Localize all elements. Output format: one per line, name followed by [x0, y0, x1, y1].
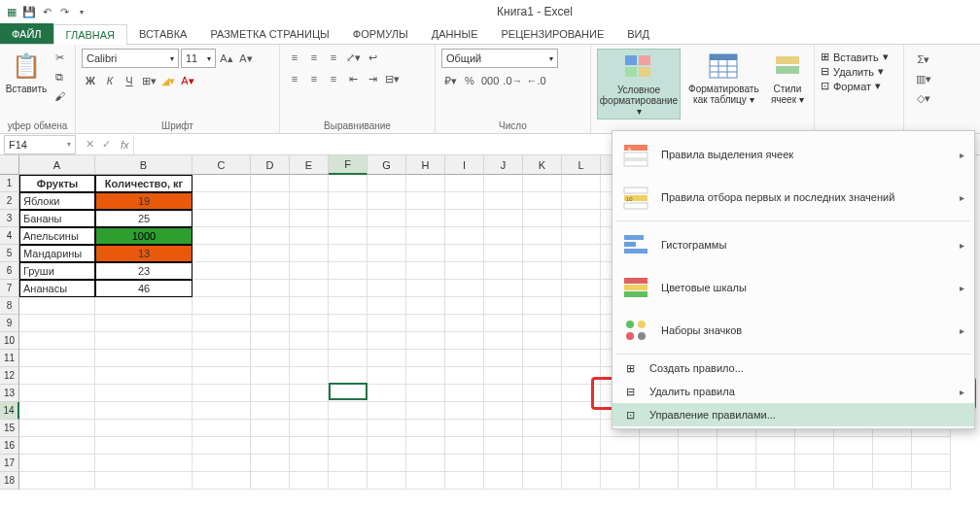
- cell[interactable]: [445, 437, 484, 455]
- cell[interactable]: [329, 210, 368, 227]
- cell[interactable]: [406, 262, 445, 280]
- cell[interactable]: [19, 315, 95, 332]
- cell[interactable]: [290, 175, 329, 192]
- save-icon[interactable]: 💾: [21, 4, 37, 19]
- clear-icon[interactable]: ◇▾: [910, 89, 937, 107]
- cell[interactable]: [368, 297, 406, 315]
- cell[interactable]: [192, 455, 251, 472]
- cell[interactable]: [562, 192, 601, 210]
- autosum-icon[interactable]: Σ▾: [910, 51, 937, 68]
- cell[interactable]: [251, 472, 290, 490]
- cell[interactable]: [329, 472, 368, 490]
- comma-icon[interactable]: 000: [480, 72, 500, 89]
- cell[interactable]: [795, 455, 834, 472]
- cell[interactable]: [834, 437, 873, 455]
- cell[interactable]: [251, 262, 290, 280]
- row-header[interactable]: 8: [0, 297, 19, 315]
- wrap-text-icon[interactable]: ↩: [364, 49, 381, 66]
- cell[interactable]: [484, 420, 523, 437]
- cell[interactable]: [368, 332, 406, 350]
- cell[interactable]: [562, 385, 601, 402]
- cell[interactable]: [562, 437, 601, 455]
- font-size-combo[interactable]: 11▾: [181, 49, 216, 68]
- increase-font-icon[interactable]: A▴: [218, 50, 235, 67]
- cell[interactable]: [368, 402, 406, 420]
- cell[interactable]: [601, 455, 640, 472]
- cell[interactable]: [718, 472, 756, 490]
- cell[interactable]: [368, 472, 406, 490]
- col-header[interactable]: I: [445, 155, 484, 175]
- cell[interactable]: [718, 455, 756, 472]
- cell[interactable]: [523, 350, 562, 367]
- cell[interactable]: [95, 437, 192, 455]
- cell[interactable]: [192, 367, 251, 385]
- cell[interactable]: [329, 315, 368, 332]
- row-header[interactable]: 4: [0, 227, 19, 245]
- tab-file[interactable]: ФАЙЛ: [0, 23, 53, 44]
- cell[interactable]: [329, 385, 368, 402]
- cell[interactable]: [562, 227, 601, 245]
- enter-icon[interactable]: ✓: [102, 138, 111, 151]
- cell[interactable]: [484, 297, 523, 315]
- cell[interactable]: [251, 227, 290, 245]
- cell[interactable]: [445, 192, 484, 210]
- cell[interactable]: [795, 437, 834, 455]
- cell[interactable]: [445, 245, 484, 262]
- cell[interactable]: Фрукты: [19, 175, 95, 192]
- cell[interactable]: [912, 437, 951, 455]
- font-color-icon[interactable]: A▾: [179, 72, 196, 89]
- cf-new-rule[interactable]: ⊞ Создать правило...: [612, 356, 974, 380]
- col-header[interactable]: C: [192, 155, 251, 175]
- cell[interactable]: [251, 192, 290, 210]
- cell[interactable]: [484, 192, 523, 210]
- merge-icon[interactable]: ⊟▾: [383, 70, 401, 87]
- col-header[interactable]: B: [95, 155, 192, 175]
- cell[interactable]: [445, 297, 484, 315]
- cell[interactable]: [406, 227, 445, 245]
- cell[interactable]: 19: [95, 192, 192, 210]
- cell[interactable]: [290, 245, 329, 262]
- cell[interactable]: Груши: [19, 262, 95, 280]
- cell[interactable]: [251, 245, 290, 262]
- row-header[interactable]: 13: [0, 385, 19, 402]
- cell[interactable]: [873, 472, 912, 490]
- percent-icon[interactable]: %: [461, 72, 478, 89]
- cell[interactable]: [562, 420, 601, 437]
- cell[interactable]: [562, 175, 601, 192]
- cell[interactable]: [756, 437, 795, 455]
- cell[interactable]: Яблоки: [19, 192, 95, 210]
- redo-icon[interactable]: ↷: [56, 4, 72, 19]
- cell[interactable]: [406, 332, 445, 350]
- cell[interactable]: [19, 455, 95, 472]
- cell[interactable]: Бананы: [19, 210, 95, 227]
- col-header[interactable]: K: [523, 155, 562, 175]
- currency-icon[interactable]: ₽▾: [441, 72, 459, 89]
- name-box[interactable]: F14▾: [4, 135, 76, 154]
- cell[interactable]: [406, 210, 445, 227]
- cell[interactable]: [290, 315, 329, 332]
- cell[interactable]: [484, 280, 523, 297]
- cell[interactable]: [192, 315, 251, 332]
- cf-icon-sets[interactable]: Наборы значков ▸: [612, 309, 974, 352]
- cf-highlight-rules[interactable]: ≤ Правила выделения ячеек ▸: [612, 133, 974, 176]
- cell[interactable]: [562, 472, 601, 490]
- cell[interactable]: [523, 192, 562, 210]
- cell[interactable]: [192, 437, 251, 455]
- cell[interactable]: [523, 367, 562, 385]
- cell[interactable]: [445, 262, 484, 280]
- cell[interactable]: [329, 437, 368, 455]
- cell[interactable]: [523, 402, 562, 420]
- cell[interactable]: [251, 280, 290, 297]
- cell[interactable]: [562, 350, 601, 367]
- format-cells-button[interactable]: Формат: [833, 81, 871, 92]
- cell[interactable]: 13: [95, 245, 192, 262]
- cell[interactable]: [95, 385, 192, 402]
- cell[interactable]: [192, 210, 251, 227]
- cell[interactable]: [406, 350, 445, 367]
- cell[interactable]: [329, 367, 368, 385]
- cell[interactable]: [601, 472, 640, 490]
- cell[interactable]: [368, 455, 406, 472]
- row-header[interactable]: 18: [0, 472, 19, 490]
- cell[interactable]: [406, 245, 445, 262]
- italic-button[interactable]: К: [101, 72, 119, 89]
